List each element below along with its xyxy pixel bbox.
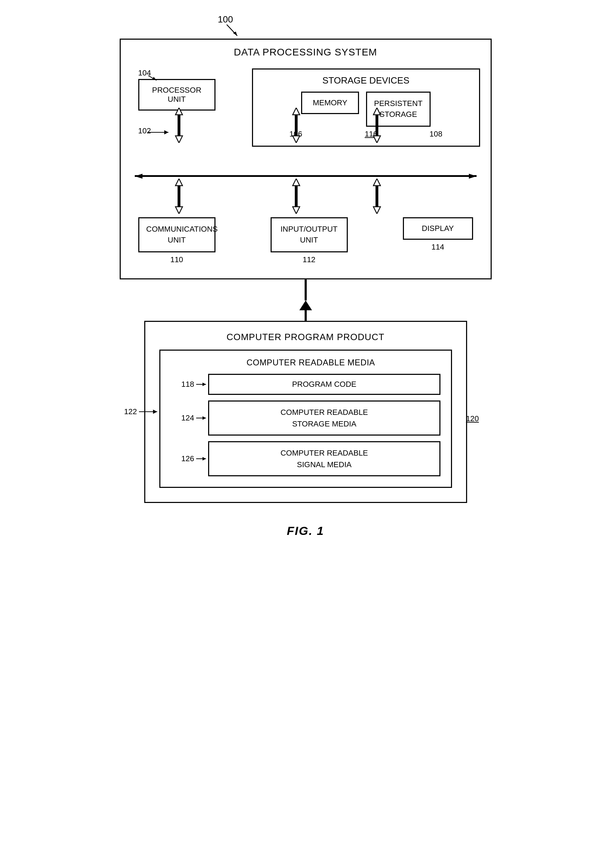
ref-124: 124 [181, 414, 194, 423]
svg-rect-19 [295, 186, 298, 207]
svg-marker-8 [164, 130, 169, 135]
svg-rect-5 [178, 115, 180, 136]
dps-title: DATA PROCESSING SYSTEM [131, 46, 480, 58]
ref-122: 122 [124, 407, 160, 416]
ref-118: 118 [181, 380, 194, 389]
io-unit-box: INPUT/OUTPUTUNIT [271, 217, 348, 253]
svg-marker-20 [293, 207, 300, 214]
ref-100-label: 100 [218, 14, 233, 25]
processor-unit-box: PROCESSOR UNIT [138, 79, 216, 110]
ref-112: 112 [302, 255, 315, 264]
ref-100-arrow [223, 24, 244, 38]
mem-bus-arrow [289, 108, 303, 143]
svg-marker-31 [203, 457, 206, 460]
display-box: DISPLAY [403, 217, 473, 240]
ref-126-arrow [196, 456, 208, 462]
io-bus-arrow [289, 179, 303, 214]
connector-stem-top [305, 279, 307, 301]
svg-marker-18 [293, 179, 300, 186]
svg-marker-4 [175, 108, 183, 115]
proc-bus-arrow [172, 108, 186, 143]
communications-unit-box: COMMUNICATIONSUNIT [138, 217, 216, 253]
ref-124-arrow [196, 415, 208, 421]
display-bus-arrow [370, 179, 384, 214]
ref-120: 120 [466, 414, 479, 423]
svg-marker-27 [203, 383, 206, 386]
connector-stem-bottom [305, 310, 307, 321]
persist-bus-arrow [370, 108, 384, 143]
svg-marker-9 [293, 108, 300, 115]
cpp-title: COMPUTER PROGRAM PRODUCT [159, 332, 452, 343]
svg-marker-21 [374, 179, 380, 186]
svg-marker-11 [293, 136, 300, 143]
svg-marker-6 [175, 136, 183, 143]
ref-122-arrow [139, 408, 160, 415]
svg-marker-15 [175, 179, 183, 186]
memory-box: MEMORY [301, 91, 359, 114]
comm-bus-arrow [172, 179, 186, 214]
svg-marker-17 [175, 207, 183, 214]
svg-rect-10 [295, 115, 298, 136]
crm-title: COMPUTER READABLE MEDIA [181, 358, 440, 367]
ref-118-arrow [196, 381, 208, 388]
ref-102-arrow [148, 129, 173, 136]
fig-label: FIG. 1 [287, 524, 324, 538]
svg-marker-29 [203, 416, 206, 420]
svg-marker-12 [374, 108, 380, 115]
svg-marker-23 [374, 207, 380, 214]
storage-devices-title: STORAGE DEVICES [260, 75, 472, 86]
ref-126: 126 [181, 454, 194, 463]
svg-marker-14 [374, 136, 380, 143]
svg-rect-13 [375, 115, 378, 136]
svg-rect-22 [375, 186, 378, 207]
program-code-box: PROGRAM CODE [208, 374, 440, 395]
connector-arrow-head [299, 301, 312, 310]
ref-114: 114 [431, 243, 444, 252]
svg-rect-16 [178, 186, 180, 207]
storage-media-box: COMPUTER READABLESTORAGE MEDIA [208, 400, 440, 436]
ref-108: 108 [430, 130, 442, 139]
ref-110: 110 [170, 255, 183, 264]
signal-media-box: COMPUTER READABLESIGNAL MEDIA [208, 441, 440, 476]
svg-marker-25 [153, 409, 157, 414]
